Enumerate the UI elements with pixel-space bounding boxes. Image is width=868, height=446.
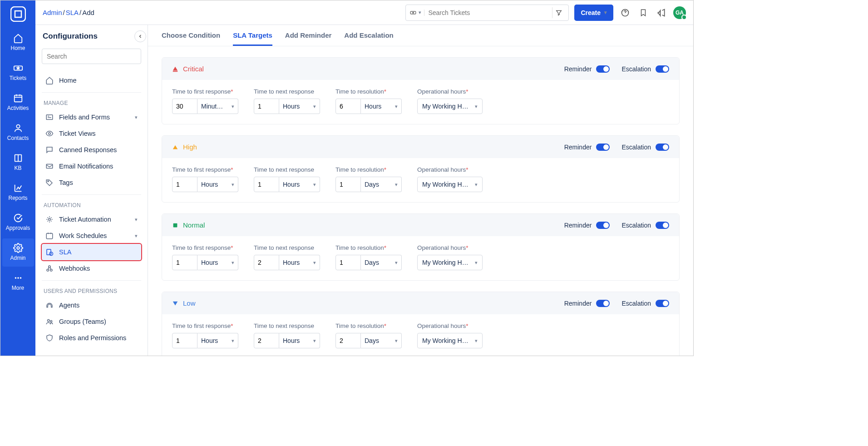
first-response-label: Time to first response* bbox=[172, 244, 238, 251]
breadcrumb-sla[interactable]: SLA bbox=[66, 9, 79, 16]
sidebar-item-groups[interactable]: Groups (Teams) bbox=[42, 313, 141, 330]
filter-icon[interactable] bbox=[552, 7, 565, 18]
svg-point-7 bbox=[15, 277, 16, 279]
sidebar-item-fields-forms[interactable]: Fields and Forms▾ bbox=[42, 109, 141, 125]
nav-approvals[interactable]: Approvals bbox=[2, 208, 34, 237]
sidebar-item-webhooks[interactable]: Webhooks bbox=[42, 260, 141, 277]
first-response-unit[interactable]: Hours▾ bbox=[197, 255, 238, 270]
next-response-unit[interactable]: Hours▾ bbox=[279, 255, 320, 270]
priority-icon-normal bbox=[172, 222, 178, 228]
search-input[interactable] bbox=[428, 9, 548, 16]
megaphone-icon[interactable] bbox=[655, 6, 668, 19]
sidebar-item-work-schedules[interactable]: Work Schedules▾ bbox=[42, 228, 141, 244]
first-response-value[interactable] bbox=[172, 177, 197, 192]
reminder-toggle[interactable] bbox=[596, 65, 610, 73]
tab-add-reminder[interactable]: Add Reminder bbox=[285, 31, 332, 46]
group-manage: Manage bbox=[42, 95, 141, 109]
help-icon[interactable] bbox=[619, 6, 631, 19]
breadcrumb-add: Add bbox=[82, 9, 94, 16]
nav-home[interactable]: Home bbox=[2, 29, 34, 57]
first-response-unit[interactable]: Hours▾ bbox=[197, 333, 238, 348]
next-response-value[interactable] bbox=[254, 255, 279, 270]
avatar[interactable]: GA bbox=[673, 6, 686, 19]
status-check-icon bbox=[681, 15, 687, 20]
home-icon bbox=[13, 33, 23, 43]
reminder-toggle[interactable] bbox=[596, 222, 610, 229]
priority-card-high: High Reminder Escalation Time to first r… bbox=[162, 135, 680, 203]
resolution-value[interactable] bbox=[335, 99, 361, 114]
sidebar-item-tags[interactable]: Tags bbox=[42, 174, 141, 191]
reminder-toggle[interactable] bbox=[596, 144, 610, 151]
next-response-value[interactable] bbox=[254, 177, 279, 192]
breadcrumb-admin[interactable]: Admin bbox=[43, 9, 62, 16]
chevron-down-icon: ▾ bbox=[313, 182, 316, 188]
tab-choose-condition[interactable]: Choose Condition bbox=[162, 31, 220, 46]
escalation-label: Escalation bbox=[621, 222, 651, 229]
resolution-unit[interactable]: Days▾ bbox=[361, 333, 402, 348]
resolution-unit[interactable]: Days▾ bbox=[361, 255, 402, 270]
sidebar-item-home[interactable]: Home bbox=[42, 72, 141, 89]
sidebar-item-sla[interactable]: SLA bbox=[42, 244, 141, 260]
search-type-dropdown[interactable]: ▾ bbox=[409, 10, 424, 16]
tab-add-escalation[interactable]: Add Escalation bbox=[344, 31, 393, 46]
priority-title: Low bbox=[172, 299, 196, 307]
escalation-toggle[interactable] bbox=[656, 300, 669, 307]
sidebar-item-email-notifications[interactable]: Email Notifications bbox=[42, 158, 141, 174]
create-button[interactable]: Create▾ bbox=[574, 5, 613, 21]
escalation-toggle[interactable] bbox=[656, 222, 669, 229]
next-response-value[interactable] bbox=[254, 333, 279, 348]
nav-reports[interactable]: Reports bbox=[2, 178, 34, 207]
home-icon bbox=[45, 76, 54, 84]
nav-kb[interactable]: KB bbox=[2, 149, 34, 177]
priority-name: High bbox=[183, 143, 197, 151]
sidebar-item-canned-responses[interactable]: Canned Responses bbox=[42, 142, 141, 158]
escalation-toggle[interactable] bbox=[656, 144, 669, 151]
first-response-unit[interactable]: Hours▾ bbox=[197, 177, 238, 192]
resolution-value[interactable] bbox=[335, 177, 361, 192]
nav-admin[interactable]: Admin bbox=[2, 238, 34, 267]
resolution-value[interactable] bbox=[335, 333, 361, 348]
first-response-value[interactable] bbox=[172, 333, 197, 348]
sla-icon bbox=[45, 248, 54, 256]
resolution-value[interactable] bbox=[335, 255, 361, 270]
escalation-toggle[interactable] bbox=[656, 65, 669, 73]
gear-icon bbox=[13, 243, 23, 253]
sidebar-item-ticket-automation[interactable]: Ticket Automation▾ bbox=[42, 211, 141, 228]
next-response-value[interactable] bbox=[254, 99, 279, 114]
resolution-unit[interactable]: Days▾ bbox=[361, 177, 402, 192]
sidebar-search-input[interactable] bbox=[42, 49, 141, 64]
chevron-down-icon: ▾ bbox=[135, 217, 138, 223]
svg-point-8 bbox=[17, 277, 19, 279]
app-logo[interactable] bbox=[8, 4, 28, 24]
check-circle-icon bbox=[13, 213, 23, 223]
first-response-value[interactable] bbox=[172, 99, 197, 114]
collapse-sidebar-button[interactable] bbox=[134, 30, 146, 42]
op-hours-select[interactable]: My Working H…▾ bbox=[417, 99, 483, 114]
sidebar-item-agents[interactable]: Agents bbox=[42, 297, 141, 313]
next-response-unit[interactable]: Hours▾ bbox=[279, 99, 320, 114]
op-hours-select[interactable]: My Working H…▾ bbox=[417, 177, 483, 192]
nav-contacts[interactable]: Contacts bbox=[2, 119, 34, 147]
op-hours-select[interactable]: My Working H…▾ bbox=[417, 333, 483, 348]
book-icon bbox=[13, 153, 23, 163]
first-response-unit[interactable]: Minut…▾ bbox=[197, 99, 238, 114]
next-response-unit[interactable]: Hours▾ bbox=[279, 177, 320, 192]
chevron-down-icon: ▾ bbox=[395, 104, 398, 109]
resolution-unit[interactable]: Hours▾ bbox=[361, 99, 402, 114]
chevron-down-icon: ▾ bbox=[395, 182, 398, 188]
tab-sla-targets[interactable]: SLA Targets bbox=[233, 31, 272, 46]
dots-icon bbox=[13, 273, 23, 283]
nav-activities[interactable]: Activities bbox=[2, 89, 34, 117]
bookmark-icon[interactable] bbox=[637, 6, 650, 19]
op-hours-select[interactable]: My Working H…▾ bbox=[417, 255, 483, 270]
first-response-value[interactable] bbox=[172, 255, 197, 270]
search-box[interactable]: ▾ bbox=[405, 5, 569, 21]
sidebar-item-roles[interactable]: Roles and Permissions bbox=[42, 330, 141, 346]
svg-point-13 bbox=[49, 133, 51, 135]
nav-tickets[interactable]: Tickets bbox=[2, 59, 34, 87]
reminder-toggle[interactable] bbox=[596, 300, 610, 307]
svg-point-24 bbox=[50, 320, 52, 322]
sidebar-item-ticket-views[interactable]: Ticket Views bbox=[42, 125, 141, 142]
next-response-unit[interactable]: Hours▾ bbox=[279, 333, 320, 348]
nav-more[interactable]: More bbox=[2, 268, 34, 297]
